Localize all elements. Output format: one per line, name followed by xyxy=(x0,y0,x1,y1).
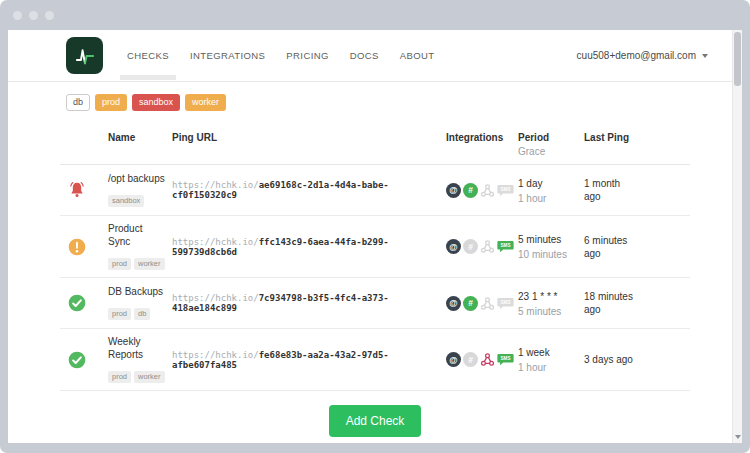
caret-down-icon xyxy=(702,54,708,58)
grace-exclamation-icon xyxy=(67,237,87,257)
up-check-icon xyxy=(67,350,87,370)
svg-text:SMS: SMS xyxy=(500,300,510,305)
sms-icon: SMS xyxy=(497,297,514,310)
webhook-icon xyxy=(480,239,495,254)
sms-icon: SMS xyxy=(497,353,514,366)
integration-icons: @ # SMS xyxy=(446,239,518,254)
alert-bell-icon xyxy=(67,180,87,200)
grace-value: 1 hour xyxy=(518,193,584,204)
ping-url: https://hchk.io/fe68e83b-aa2a-43a2-97d5-… xyxy=(172,350,446,370)
svg-text:SMS: SMS xyxy=(500,356,510,361)
check-tag: prod xyxy=(108,258,131,271)
check-tags: proddb xyxy=(108,302,166,320)
window-control-dot[interactable] xyxy=(13,11,22,20)
slack-icon: # xyxy=(463,239,478,254)
check-row[interactable]: Product Sync prodworker https://hchk.io/… xyxy=(60,216,690,278)
ping-url-prefix: https://hchk.io/ xyxy=(172,293,259,303)
check-name: /opt backups xyxy=(108,173,166,186)
account-email: cuu508+demo@gmail.com xyxy=(577,50,696,61)
add-check-button[interactable]: Add Check xyxy=(329,405,422,437)
email-icon: @ xyxy=(446,183,461,198)
status-cell xyxy=(60,180,108,200)
header-integrations: Integrations xyxy=(446,132,518,157)
up-check-icon xyxy=(67,293,87,313)
check-tag: prod xyxy=(108,308,131,321)
filter-tag-sandbox[interactable]: sandbox xyxy=(132,94,180,111)
check-name: DB Backups xyxy=(108,286,166,299)
window-control-dot[interactable] xyxy=(29,11,38,20)
scrollbar-down-arrow-icon[interactable] xyxy=(735,435,741,439)
window-titlebar xyxy=(0,0,750,30)
nav-links: CHECKS INTEGRATIONS PRICING DOCS ABOUT xyxy=(127,50,435,61)
check-tag: db xyxy=(134,308,150,321)
svg-text:SMS: SMS xyxy=(500,187,510,192)
checks-table: Name Ping URL Integrations Period Grace … xyxy=(60,132,690,391)
filter-tag-bar: db prod sandbox worker xyxy=(8,82,742,111)
status-cell xyxy=(60,237,108,257)
navbar: CHECKS INTEGRATIONS PRICING DOCS ABOUT c… xyxy=(8,30,742,82)
integration-icons: @ # SMS xyxy=(446,352,518,367)
page-content: CHECKS INTEGRATIONS PRICING DOCS ABOUT c… xyxy=(8,30,742,443)
check-tag: sandbox xyxy=(108,195,144,208)
pulse-icon xyxy=(72,43,98,69)
nav-item-docs[interactable]: DOCS xyxy=(350,50,379,61)
ping-url: https://hchk.io/7c934798-b3f5-4fc4-a373-… xyxy=(172,293,446,313)
check-tag: worker xyxy=(134,258,165,271)
period-value: 1 week xyxy=(518,346,584,359)
slack-icon: # xyxy=(463,296,478,311)
period-value: 5 minutes xyxy=(518,233,584,246)
webhook-icon xyxy=(480,352,495,367)
check-tags: prodworker xyxy=(108,252,166,270)
window-control-dot[interactable] xyxy=(45,11,54,20)
ping-url-prefix: https://hchk.io/ xyxy=(172,350,259,360)
ping-url: https://hchk.io/ffc143c9-6aea-44fa-b299-… xyxy=(172,237,446,257)
check-row[interactable]: Weekly Reports prodworker https://hchk.i… xyxy=(60,329,690,391)
email-icon: @ xyxy=(446,239,461,254)
check-tag: prod xyxy=(108,371,131,384)
header-ping-url: Ping URL xyxy=(172,132,446,157)
last-ping-value: 6 minutes ago xyxy=(584,234,634,260)
check-name: Weekly Reports xyxy=(108,336,166,361)
ping-url-prefix: https://hchk.io/ xyxy=(172,237,259,247)
check-tags: sandbox xyxy=(108,189,166,207)
check-row[interactable]: DB Backups proddb https://hchk.io/7c9347… xyxy=(60,278,690,329)
filter-tag-prod[interactable]: prod xyxy=(95,94,127,111)
header-grace: Grace xyxy=(518,146,584,157)
svg-text:SMS: SMS xyxy=(500,243,510,248)
integration-icons: @ # SMS xyxy=(446,183,518,198)
browser-window: CHECKS INTEGRATIONS PRICING DOCS ABOUT c… xyxy=(0,0,750,453)
nav-item-integrations[interactable]: INTEGRATIONS xyxy=(190,50,265,61)
grace-value: 10 minutes xyxy=(518,249,584,260)
last-ping-value: 3 days ago xyxy=(584,353,634,366)
account-menu[interactable]: cuu508+demo@gmail.com xyxy=(577,50,708,61)
header-period: Period xyxy=(518,132,584,143)
slack-icon: # xyxy=(463,352,478,367)
filter-tag-worker[interactable]: worker xyxy=(185,94,226,111)
check-tags: prodworker xyxy=(108,365,166,383)
last-ping-value: 1 month ago xyxy=(584,177,634,203)
email-icon: @ xyxy=(446,352,461,367)
header-name: Name xyxy=(108,132,172,157)
filter-tag-db[interactable]: db xyxy=(66,94,90,111)
nav-item-pricing[interactable]: PRICING xyxy=(286,50,328,61)
scrollbar[interactable] xyxy=(732,30,742,443)
grace-value: 5 minutes xyxy=(518,306,584,317)
nav-item-checks[interactable]: CHECKS xyxy=(127,50,169,61)
status-cell xyxy=(60,293,108,313)
check-row[interactable]: /opt backups sandbox https://hchk.io/ae6… xyxy=(60,165,690,216)
ping-url-prefix: https://hchk.io/ xyxy=(172,180,259,190)
sms-icon: SMS xyxy=(497,184,514,197)
period-value: 1 day xyxy=(518,177,584,190)
period-value: 23 1 * * * xyxy=(518,290,584,303)
integration-icons: @ # SMS xyxy=(446,296,518,311)
scrollbar-thumb[interactable] xyxy=(734,32,741,86)
last-ping-value: 18 minutes ago xyxy=(584,290,634,316)
status-cell xyxy=(60,350,108,370)
webhook-icon xyxy=(480,183,495,198)
check-name: Product Sync xyxy=(108,223,166,248)
healthchecks-logo[interactable] xyxy=(66,37,103,74)
table-header: Name Ping URL Integrations Period Grace … xyxy=(60,132,690,165)
email-icon: @ xyxy=(446,296,461,311)
ping-url: https://hchk.io/ae69168c-2d1a-4d4a-babe-… xyxy=(172,180,446,200)
nav-item-about[interactable]: ABOUT xyxy=(400,50,435,61)
